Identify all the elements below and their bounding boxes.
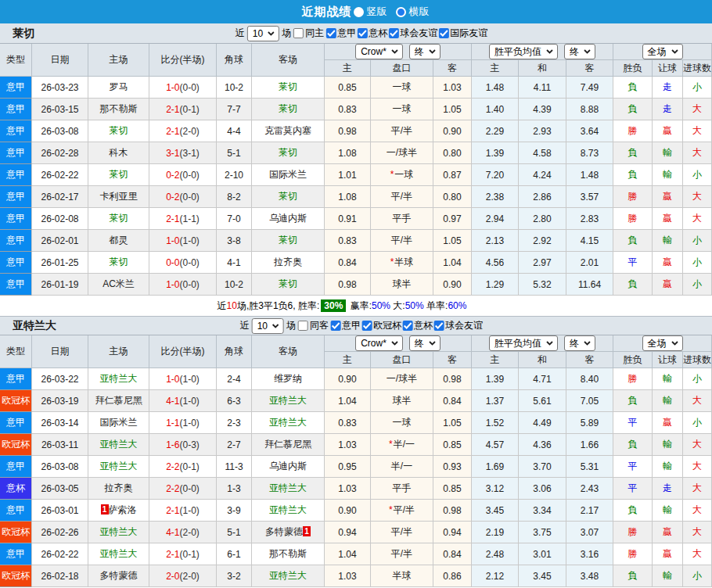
league-type-cell: 意甲 [0, 368, 32, 390]
away-team-cell: 维罗纳 [252, 368, 325, 390]
handicap-cell: 一球 [371, 99, 433, 120]
wdl-average-select[interactable]: 胜平负均值 [489, 44, 558, 59]
handicap-final-select[interactable]: 终 [409, 335, 441, 351]
eu-away-odds-cell: 2.83 [566, 208, 613, 230]
half-time-score: (1-0) [180, 418, 200, 428]
corner-cell: 10-2 [217, 274, 252, 296]
league-filter-label-0[interactable]: 意甲 [342, 319, 361, 332]
eu-draw-odds-cell: 4.11 [519, 77, 566, 99]
league-type-cell: 欧冠杯 [0, 565, 32, 587]
away-team-cell: 乌迪内斯 [252, 456, 325, 478]
half-time-score: (0-0) [180, 279, 200, 290]
home-team-results-table: 类型日期主场比分(半场)角球客场Crow*终胜平负均值终全场主盘口客主和客胜负让… [0, 44, 712, 296]
same-venue-label[interactable]: 同客 [310, 319, 329, 332]
away-team-name: 莱切 [279, 81, 297, 92]
odds-source-select[interactable]: Crow* [355, 335, 403, 351]
half-time-score: (2-0) [180, 126, 200, 137]
goals-result-cell: 小 [683, 412, 712, 434]
league-filter-checkbox-0[interactable] [326, 28, 336, 38]
wdl-final-select[interactable]: 终 [564, 335, 595, 351]
handicap-star: * [389, 439, 393, 450]
full-time-score: 0-2 [166, 192, 179, 203]
match-date-cell: 26-03-11 [32, 434, 88, 456]
panel-title: 近期战绩 [302, 5, 352, 20]
summary-part-value-0: 50% [372, 300, 390, 311]
same-venue-label[interactable]: 同主 [305, 27, 324, 40]
horizontal-layout-label[interactable]: 横版 [409, 5, 430, 19]
recent-results-panel: 近期战绩 竖版 横版 莱切近10场同主意甲意杯球会友谊国际友谊 类型日期主场比分… [0, 0, 712, 588]
sub-header-goals-result: 进球数 [683, 352, 712, 368]
odds-source-select[interactable]: Crow* [355, 44, 403, 59]
same-venue-checkbox[interactable] [293, 28, 304, 38]
goals-result-cell: 小 [683, 565, 712, 587]
match-row: 意甲26-03-14国际米兰1-1(1-0)2-3亚特兰大0.83一球1.051… [0, 412, 712, 434]
sub-header-handicap: 盘口 [371, 352, 433, 368]
chevron-down-icon [671, 49, 678, 54]
check-icon [404, 322, 412, 329]
eu-home-odds-cell: 1.48 [472, 77, 519, 99]
league-filter-checkbox-2[interactable] [389, 28, 399, 38]
league-filter-label-3[interactable]: 球会友谊 [445, 319, 483, 332]
eu-home-odds-cell: 3.12 [472, 478, 519, 500]
away-team-cell: 克雷莫内塞 [252, 120, 325, 142]
league-filter-checkbox-1[interactable] [358, 28, 368, 38]
home-team-name: 都灵 [110, 235, 128, 246]
corner-cell: 7-0 [217, 208, 252, 230]
vertical-layout-label[interactable]: 竖版 [367, 5, 387, 19]
league-filter-label-0[interactable]: 意甲 [337, 27, 356, 40]
half-time-score: (0-0) [180, 483, 200, 494]
home-team-name: 罗马 [110, 81, 128, 92]
league-type-cell: 意甲 [0, 230, 32, 252]
league-filter-label-2[interactable]: 球会友谊 [400, 27, 437, 40]
goals-result-cell: 小 [683, 77, 712, 99]
home-team-cell: 莱切 [88, 208, 149, 230]
vertical-layout-radio[interactable] [354, 7, 364, 17]
eu-away-odds-cell: 11.64 [566, 274, 613, 296]
red-card-badge: 1 [303, 526, 311, 536]
wdl-final-select[interactable]: 终 [564, 44, 595, 59]
league-type-cell: 意甲 [0, 274, 32, 296]
wdl-average-select[interactable]: 胜平负均值 [489, 335, 558, 351]
league-filter-checkbox-2[interactable] [403, 321, 413, 331]
wdl-result-cell: 負 [613, 390, 653, 412]
away-team-name: 国际米兰 [269, 169, 307, 180]
full-time-score: 0-2 [166, 170, 179, 181]
summary-count: 10 [227, 300, 237, 311]
league-type-cell: 意甲 [0, 252, 32, 274]
match-count-select[interactable]: 10 [247, 26, 279, 41]
away-team-name: 那不勒斯 [269, 548, 307, 559]
home-team-cell: 科木 [88, 142, 149, 164]
full-time-score: 3-1 [166, 148, 179, 159]
match-row: 意甲26-02-22亚特兰大2-1(0-1)6-1那不勒斯1.04平/半0.84… [0, 543, 712, 565]
match-date-cell: 26-03-05 [32, 478, 88, 500]
full-match-select[interactable]: 全场 [642, 44, 683, 59]
near-label: 近 [236, 27, 245, 40]
handicap-result-cell: 贏 [653, 120, 683, 142]
league-filter-checkbox-3[interactable] [434, 321, 444, 331]
same-venue-checkbox[interactable] [298, 321, 308, 331]
horizontal-layout-radio[interactable] [396, 7, 406, 17]
corner-cell: 2-3 [217, 412, 252, 434]
full-match-select[interactable]: 全场 [642, 335, 683, 351]
odds-source-select-value: Crow* [361, 338, 387, 349]
eu-draw-odds-cell: 3.34 [519, 500, 566, 522]
handicap-cell: 一/球半 [371, 142, 433, 164]
wdl-result-cell: 平 [613, 478, 653, 500]
league-filter-label-1[interactable]: 欧冠杯 [373, 319, 401, 332]
league-filter-checkbox-3[interactable] [439, 28, 449, 38]
eu-home-odds-cell: 2.48 [472, 543, 519, 565]
home-team-name: 科木 [110, 147, 128, 158]
summary-part-value-1: 50% [405, 300, 424, 311]
league-filter-label-1[interactable]: 意杯 [369, 27, 387, 40]
corner-cell: 3-2 [217, 565, 252, 587]
league-filter-checkbox-1[interactable] [362, 321, 372, 331]
handicap-final-select[interactable]: 终 [409, 44, 441, 59]
league-filter-checkbox-0[interactable] [331, 321, 341, 331]
home-team-cell: 莱切 [88, 252, 149, 274]
match-count-select-value: 10 [253, 28, 263, 39]
away-team-name: 亚特兰大 [269, 482, 307, 493]
match-count-select[interactable]: 10 [252, 318, 284, 334]
league-filter-label-2[interactable]: 意杯 [414, 319, 433, 332]
league-filter-label-3[interactable]: 国际友谊 [450, 27, 487, 40]
eu-home-odds-cell: 1.52 [472, 412, 519, 434]
